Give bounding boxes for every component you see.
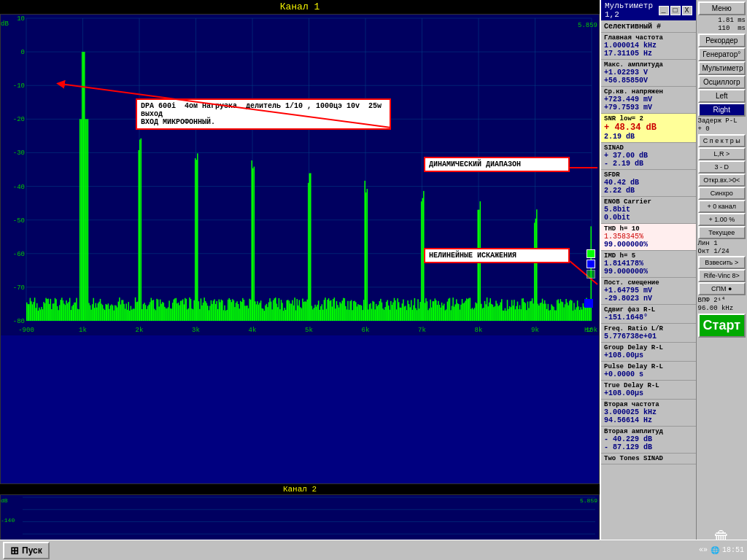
freq-ratio-val: 5.776738e+01 — [604, 332, 693, 341]
imd-val2: 99.000000% — [604, 268, 693, 276]
second-freq-section: Вторая частота 3.000025 kHz 94.56614 Hz — [601, 400, 696, 427]
group-delay-section: Group Delay R-L +108.00µs — [601, 343, 696, 362]
maximize-btn[interactable]: □ — [670, 6, 681, 15]
windows-icon: ⊞ — [10, 545, 19, 556]
enob-label: ENOB Carrier — [604, 198, 693, 206]
start-task-label: Пуск — [22, 545, 42, 556]
imd-label: IMD h= 5 — [604, 252, 693, 260]
main-freq-section: Главная частота 1.000014 kHz 17.31105 Hz — [601, 33, 696, 60]
thd-label: THD h= 10 — [604, 225, 693, 233]
enob-val1: 5.8bit — [604, 206, 693, 214]
sfdr-val1: 40.42 dB — [604, 179, 693, 187]
true-delay-label: True Delay R-L — [604, 382, 693, 389]
dc-offset-label: Пост. смещение — [604, 279, 693, 287]
menu-button[interactable]: Меню — [698, 1, 746, 15]
sfdr-section: SFDR 40.42 dB 2.22 dB — [601, 170, 696, 197]
snr-section: SNR low= 2 + 48.34 dB 2.19 dB — [601, 114, 696, 143]
second-freq-val1: 3.000025 kHz — [604, 408, 693, 416]
true-delay-val: +108.00µs — [604, 389, 693, 397]
channel-button[interactable]: + 0 канал — [698, 200, 746, 213]
main-freq-val1: 1.000014 kHz — [604, 42, 693, 50]
max-amp-val1: +1.02293 V — [604, 69, 693, 77]
true-delay-section: True Delay R-L +108.00µs — [601, 381, 696, 400]
snr-val2: 2.19 dB — [604, 133, 693, 141]
channel1-title: Канал 1 — [0, 0, 600, 14]
channel2-title: Канал 2 — [0, 484, 600, 494]
chart-channel1: DPA 600i 4ом нагрузка делитель 1/10 , 10… — [0, 14, 600, 484]
percent-button[interactable]: + 1.00 % — [698, 213, 746, 226]
time-display: 110 ms — [698, 25, 746, 32]
oct-label: Окт 1/24 — [698, 248, 746, 255]
weight-button[interactable]: Взвесить > — [698, 256, 746, 269]
menu-panel: Меню 1.81 ms 110 ms Рекордер Генератор° … — [696, 0, 747, 560]
pulse-delay-label: Pulse Delay R-L — [604, 363, 693, 370]
generator-button[interactable]: Генератор° — [698, 47, 746, 61]
sfdr-val2: 2.22 dB — [604, 187, 693, 195]
max-amp-section: Макс. амплитуда +1.02293 V +56.85850V — [601, 60, 696, 87]
two-tones-section: Two Tones SINAD — [601, 454, 696, 464]
start-button[interactable]: Старт — [698, 314, 746, 338]
legend-box — [587, 249, 595, 279]
rms-val2: +79.7593 mV — [604, 104, 693, 112]
minimize-btn[interactable]: _ — [659, 6, 669, 15]
open-input-button[interactable]: Откр.вх.>0< — [698, 174, 746, 187]
left-button[interactable]: Left — [698, 89, 746, 103]
second-freq-val2: 94.56614 Hz — [604, 416, 693, 424]
oscilloscope-button[interactable]: Осциллогр — [698, 75, 746, 89]
selective-label: Селективный # — [604, 23, 661, 31]
lr-button[interactable]: L,R > — [698, 147, 746, 160]
second-freq-label: Вторая частота — [604, 401, 693, 408]
pulse-delay-val: +0.0000 s — [604, 370, 693, 378]
main-freq-label: Главная частота — [604, 34, 693, 42]
second-amp-val1: - 40.229 dB — [604, 435, 693, 443]
dc-offset-val1: +1.64795 mV — [604, 287, 693, 295]
taskbar-arrows: «» — [699, 546, 708, 554]
threeD-button[interactable]: 3 - D — [698, 160, 746, 174]
taskbar-time: 18:51 — [722, 546, 744, 554]
spectra-button[interactable]: С п е к т р ы — [698, 134, 746, 147]
thd-val1: 1.358345% — [604, 233, 693, 241]
second-amp-label: Вторая амплитуд — [604, 428, 693, 435]
snr-val1: + 48.34 dB — [604, 122, 693, 133]
freq-khz-label: 96.00 kHz — [698, 305, 746, 312]
rms-section: Ср.кв. напряжен +723.449 mV +79.7593 mV — [601, 87, 696, 114]
start-task-button[interactable]: ⊞ Пуск — [3, 542, 50, 559]
dc-offset-val2: -29.8023 nV — [604, 295, 693, 303]
recorder-button[interactable]: Рекордер — [698, 34, 746, 47]
thd-section: THD h= 10 1.358345% 99.000000% — [601, 224, 696, 251]
second-amp-section: Вторая амплитуд - 40.229 dB - 87.129 dB — [601, 427, 696, 454]
sinad-label: SINAD — [604, 144, 693, 152]
sinad-section: SINAD + 37.00 dB - 2.19 dB — [601, 143, 696, 170]
phase-shift-val: -151.1648° — [604, 314, 693, 322]
freq-display: 1.81 ms — [698, 17, 746, 24]
annotation-box1: DPA 600i 4ом нагрузка делитель 1/10 , 10… — [136, 98, 391, 130]
imd-section: IMD h= 5 1.814178% 99.000000% — [601, 251, 696, 278]
annotation-box3: НЕЛИНЕЙНЫЕ ИСКАЖЕНИЯ — [424, 248, 570, 263]
annotation-box2: ДИНАМИЧЕСКИЙ ДИАПАЗОН — [424, 157, 570, 172]
panel-header: Мультиметр 1,2 _ □ X — [601, 0, 696, 20]
delay-val: + 0 — [698, 125, 746, 133]
max-amp-label: Макс. амплитуда — [604, 61, 693, 69]
freq-ratio-label: Freq. Ratio L/R — [604, 325, 693, 332]
sfdr-label: SFDR — [604, 171, 693, 179]
sinad-val1: + 37.00 dB — [604, 152, 693, 160]
right-button[interactable]: Right — [698, 103, 746, 117]
dc-offset-section: Пост. смещение +1.64795 mV -29.8023 nV — [601, 278, 696, 305]
group-delay-label: Group Delay R-L — [604, 344, 693, 351]
freq-ratio-section: Freq. Ratio L/R 5.776738e+01 — [601, 324, 696, 343]
rms-val1: +723.449 mV — [604, 96, 693, 104]
spm-button[interactable]: СПМ ● — [698, 282, 746, 295]
pulse-delay-section: Pulse Delay R-L +0.0000 s — [601, 362, 696, 381]
rife-button[interactable]: Rife-Vinc 8> — [698, 269, 746, 282]
current-button[interactable]: Текущее — [698, 226, 746, 239]
max-amp-val2: +56.85850V — [604, 77, 693, 85]
snr-label: SNR low= 2 — [604, 115, 693, 122]
close-btn[interactable]: X — [682, 6, 692, 15]
taskbar-right: «» 🌐 18:51 — [699, 546, 744, 555]
multimeter-button[interactable]: Мультиметр — [698, 61, 746, 75]
imd-val1: 1.814178% — [604, 260, 693, 268]
right-panel: Мультиметр 1,2 _ □ X Селективный # Главн… — [600, 0, 696, 560]
main-freq-val2: 17.31105 Hz — [604, 50, 693, 58]
sync-button[interactable]: Синхро — [698, 187, 746, 200]
lin-label: Лин 1 — [698, 240, 746, 247]
